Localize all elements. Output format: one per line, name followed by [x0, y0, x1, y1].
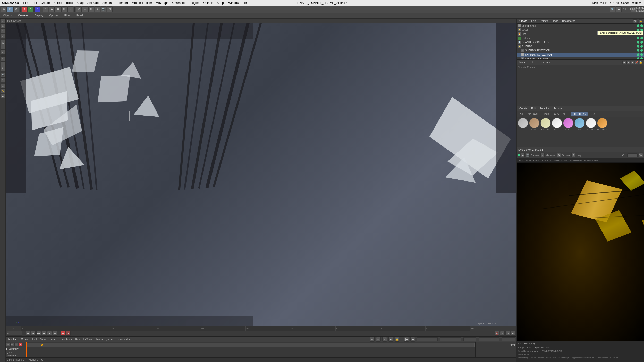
- obj-shards-vis2[interactable]: [640, 45, 643, 48]
- pb-loop[interactable]: ⟲: [505, 331, 510, 336]
- pb-next[interactable]: ▶: [47, 331, 52, 336]
- lv-btn-help[interactable]: ?: [571, 153, 575, 157]
- lv-btn-mat[interactable]: M: [540, 153, 545, 157]
- menu-edit[interactable]: Edit: [32, 1, 37, 5]
- tool-scale[interactable]: ⊡: [1, 29, 5, 33]
- tool-move[interactable]: ✥: [1, 24, 5, 29]
- obj-octanesky-vis1[interactable]: [637, 24, 639, 27]
- mat-tab-emitters[interactable]: EMITTERS: [571, 112, 588, 116]
- pb-solo[interactable]: S: [500, 331, 505, 336]
- am-userdata[interactable]: User Data: [537, 61, 551, 64]
- tl-tab-timeline[interactable]: Timeline: [7, 338, 18, 341]
- obj-shards-rotation-vis2[interactable]: [640, 49, 643, 52]
- pb-record[interactable]: ⏺: [61, 331, 65, 336]
- toolbar-scale[interactable]: ⊡: [7, 6, 13, 12]
- tl-tab-view[interactable]: View: [39, 338, 47, 341]
- obj-shards-vis1[interactable]: [637, 45, 639, 48]
- menu-motiontracker[interactable]: Motion Tracker: [132, 1, 152, 5]
- pb-prev[interactable]: ◀: [31, 331, 36, 336]
- pb-record2[interactable]: ⏺: [66, 331, 71, 336]
- tool-select[interactable]: ↖: [1, 19, 5, 24]
- toolbar-settings[interactable]: ⚙: [107, 6, 113, 12]
- am-pin[interactable]: 📌: [635, 61, 638, 64]
- mat-swatch-grey[interactable]: [518, 118, 528, 146]
- tool-rotate[interactable]: ↺: [1, 34, 5, 38]
- om-lock[interactable]: 🔒: [639, 19, 642, 23]
- toolbar-move[interactable]: ✥: [1, 6, 7, 12]
- obj-shards-scale-vis1[interactable]: [637, 53, 639, 56]
- tl-btn5[interactable]: 🔒: [395, 337, 399, 342]
- obj-octanesky[interactable]: ⊹ OctanesSky: [517, 24, 644, 28]
- tool-light-view[interactable]: ☀: [1, 77, 5, 82]
- toolbar-render2[interactable]: ◼: [55, 6, 61, 12]
- menu-create[interactable]: Create: [41, 1, 50, 5]
- frame-display[interactable]: 0: [7, 331, 22, 336]
- menu-mograph[interactable]: MoGraph: [156, 1, 168, 5]
- mat-swatch-blue[interactable]: BLUE: [574, 118, 585, 146]
- sec-tab-filter[interactable]: Filter: [62, 14, 72, 18]
- mat-tab-tags[interactable]: Tags: [541, 112, 551, 116]
- obj-slanted-vis2[interactable]: [640, 41, 643, 44]
- tl-tab-fcurve[interactable]: F-Curve: [82, 338, 94, 341]
- mat-swatch-emg[interactable]: EMG_CL: [540, 118, 551, 146]
- toolbar-octane-render[interactable]: ▶: [616, 6, 622, 12]
- obj-shards-scale-vis2[interactable]: [640, 53, 643, 56]
- sec-tab-cameras[interactable]: Cameras: [16, 14, 31, 18]
- menu-plugins[interactable]: Plugins: [189, 1, 199, 5]
- tl-tool-2[interactable]: ⊡: [10, 343, 14, 346]
- menu-window[interactable]: Window: [228, 1, 239, 5]
- mat-swatch-pink[interactable]: EMPL: [563, 118, 573, 146]
- am-mode[interactable]: Mode: [518, 61, 527, 64]
- obj-shards-scale-pos[interactable]: ⊡ SHARDS_SCALE_POS: [517, 53, 644, 57]
- obj-ground-vis2[interactable]: [640, 57, 643, 59]
- tl-tab-edit[interactable]: Edit: [31, 338, 38, 341]
- tl-btn2[interactable]: ⊡: [376, 337, 381, 342]
- tool-deformer[interactable]: ⧖: [1, 66, 5, 71]
- lv-btn-live[interactable]: ▶: [521, 153, 525, 157]
- obj-ground-vis1[interactable]: [637, 57, 639, 59]
- obj-shards[interactable]: 📁 SHARDS: [517, 44, 644, 48]
- obj-ground-shards[interactable]: ▦ GROUND_SHARDS: [517, 57, 644, 59]
- menu-script[interactable]: Script: [217, 1, 225, 5]
- timeline-ruler-marks[interactable]: 0 10 20 30 40 50 60 70 80 90: [21, 326, 470, 331]
- tool-edge[interactable]: —: [1, 45, 5, 50]
- toolbar-z-axis[interactable]: Z: [34, 6, 40, 12]
- obj-shards-rotation-vis1[interactable]: [637, 49, 639, 52]
- menu-file[interactable]: File: [23, 1, 28, 5]
- mat-swatch-basic[interactable]: BASIC: [529, 118, 539, 146]
- menu-render[interactable]: Render: [118, 1, 128, 5]
- obj-fire-vis2[interactable]: [640, 33, 643, 35]
- tl-btn3[interactable]: ≡: [382, 337, 387, 342]
- menu-animate[interactable]: Animate: [87, 1, 99, 5]
- pb-end[interactable]: ⏭: [53, 331, 57, 336]
- tl-anim1[interactable]: |◀: [404, 337, 409, 342]
- toolbar-loop[interactable]: ⟲: [76, 6, 82, 12]
- om-menu-create[interactable]: Create: [518, 20, 528, 22]
- om-menu-tags[interactable]: Tags: [552, 20, 559, 22]
- menu-simulate[interactable]: Simulate: [102, 1, 114, 5]
- tool-spline[interactable]: ∿: [1, 56, 5, 61]
- tl-tab-bookmarks[interactable]: Bookmarks: [116, 338, 131, 341]
- mat-tab-nolayer[interactable]: No Layer: [526, 112, 540, 116]
- menu-help[interactable]: Help: [243, 1, 249, 5]
- pb-settings[interactable]: ⚙: [511, 331, 515, 336]
- toolbar-camera[interactable]: 📷: [101, 6, 106, 12]
- menu-select[interactable]: Select: [54, 1, 62, 5]
- obj-slanted-vis1[interactable]: [637, 41, 639, 44]
- menu-character[interactable]: Character: [172, 1, 186, 5]
- pb-mute[interactable]: 🔇: [495, 331, 499, 336]
- tool-camera-view[interactable]: 📷: [1, 73, 5, 77]
- mm-create[interactable]: Create: [518, 107, 528, 110]
- am-fwd[interactable]: ▶: [626, 61, 630, 64]
- obj-cams-vis1[interactable]: [637, 29, 639, 31]
- obj-fire[interactable]: 🔥 Fire: [517, 32, 644, 36]
- tl-anim2[interactable]: ◀: [410, 337, 415, 342]
- toolbar-rotate[interactable]: ↺: [13, 6, 19, 12]
- sec-tab-options[interactable]: Options: [47, 14, 60, 18]
- am-lock[interactable]: 🔒: [639, 61, 642, 64]
- am-up[interactable]: ▲: [631, 61, 634, 64]
- tl-tool-1[interactable]: ⊞: [6, 343, 10, 346]
- lv-btn-cam[interactable]: 📷: [526, 153, 530, 157]
- toolbar-light[interactable]: ☀: [95, 6, 100, 12]
- mm-texture[interactable]: Texture: [553, 107, 563, 110]
